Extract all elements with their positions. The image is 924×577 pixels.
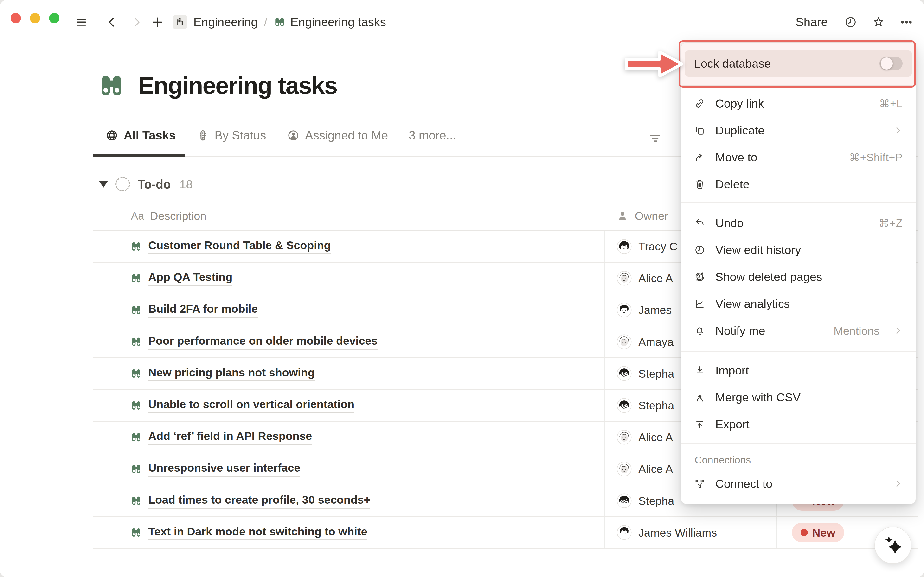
task-title-cell[interactable]: App QA Testing: [93, 263, 605, 294]
tabs-more[interactable]: 3 more...: [409, 129, 456, 142]
task-title[interactable]: Build 2FA for mobile: [148, 302, 258, 318]
task-title[interactable]: New pricing plans not showing: [148, 366, 315, 382]
menu-item-label: Merge with CSV: [715, 391, 903, 404]
task-title-cell[interactable]: Unresponsive user interface: [93, 453, 605, 484]
topbar-actions: Share: [794, 14, 913, 30]
avatar: [617, 398, 632, 413]
column-header-description[interactable]: Aa Description: [93, 209, 605, 222]
tab-all-tasks[interactable]: All Tasks: [105, 129, 176, 142]
collapse-triangle-icon[interactable]: [99, 181, 108, 188]
move-icon: [694, 152, 705, 163]
duplicate-icon: [694, 125, 705, 136]
avatar: [617, 334, 632, 349]
task-title[interactable]: Customer Round Table & Scoping: [148, 239, 331, 254]
table-row[interactable]: Text in Dark mode not switching to white…: [93, 517, 918, 549]
menu-item-connect-to[interactable]: Connect to: [685, 470, 912, 497]
breadcrumb-page[interactable]: Engineering tasks: [274, 15, 386, 29]
menu-item-label: Show deleted pages: [715, 270, 903, 284]
avatar: [617, 239, 632, 254]
menu-item-duplicate[interactable]: Duplicate: [685, 117, 912, 144]
share-button[interactable]: Share: [794, 15, 829, 29]
task-title[interactable]: Unresponsive user interface: [148, 461, 300, 477]
task-title-cell[interactable]: Text in Dark mode not switching to white: [93, 517, 605, 548]
sidebar-menu-icon[interactable]: [75, 16, 87, 28]
menu-item-export[interactable]: Export: [685, 411, 912, 438]
avatar: [617, 366, 632, 381]
tab-assigned-to-me[interactable]: Assigned to Me: [287, 129, 388, 142]
merge-icon: [694, 392, 705, 403]
menu-item-notify-me[interactable]: Notify meMentions: [685, 317, 912, 344]
menu-item-label: Export: [715, 417, 903, 431]
shortcut-label: ⌘+Z: [879, 217, 903, 229]
sparkle-icon: [881, 534, 905, 557]
group-name[interactable]: To-do: [138, 177, 171, 192]
page-title[interactable]: Engineering tasks: [138, 72, 337, 99]
owner-name: Tracy C: [639, 240, 677, 253]
active-tab-underline: [93, 154, 185, 157]
favorite-star-icon[interactable]: [872, 16, 885, 29]
connect-icon: [694, 478, 705, 489]
new-page-button[interactable]: [151, 16, 164, 28]
task-title-cell[interactable]: Build 2FA for mobile: [93, 294, 605, 326]
zoom-window-button[interactable]: [49, 13, 60, 23]
task-title-cell[interactable]: Add ‘ref’ field in API Response: [93, 422, 605, 453]
person-circle-icon: [287, 129, 300, 142]
task-title-cell[interactable]: Poor performance on older mobile devices: [93, 326, 605, 358]
edit-history-icon[interactable]: [844, 16, 857, 29]
task-title[interactable]: Unable to scroll on vertical orientation: [148, 398, 355, 413]
close-window-button[interactable]: [11, 13, 21, 23]
task-title[interactable]: Poor performance on older mobile devices: [148, 334, 377, 350]
binoculars-page-icon: [131, 463, 142, 475]
ai-sparkle-button[interactable]: [874, 527, 911, 564]
menu-item-show-deleted-pages[interactable]: Show deleted pages: [685, 263, 912, 290]
notion-window: Engineering / Engineering tasks Share En…: [0, 0, 924, 577]
menu-item-import[interactable]: Import: [685, 357, 912, 384]
breadcrumb-workspace[interactable]: Engineering: [194, 15, 258, 29]
import-icon: [694, 365, 705, 376]
task-title[interactable]: Load times to create profile, 30 seconds…: [148, 493, 370, 509]
owner-cell[interactable]: James Williams: [605, 517, 776, 548]
column-label-description: Description: [150, 209, 206, 222]
task-title-cell[interactable]: Unable to scroll on vertical orientation: [93, 390, 605, 421]
menu-item-view-analytics[interactable]: View analytics: [685, 290, 912, 317]
more-options-icon[interactable]: [900, 16, 913, 29]
menu-item-delete[interactable]: Delete: [685, 171, 912, 198]
annotation-arrow-icon: [624, 47, 684, 81]
page-binoculars-icon[interactable]: [98, 72, 125, 99]
filter-icon[interactable]: [648, 131, 662, 145]
trash-icon: [694, 179, 705, 190]
lock-database-toggle[interactable]: [879, 56, 903, 71]
back-button[interactable]: [105, 16, 118, 28]
task-title-cell[interactable]: Customer Round Table & Scoping: [93, 231, 605, 262]
menu-item-copy-link[interactable]: Copy link⌘+L: [685, 90, 912, 117]
menu-item-move-to[interactable]: Move to⌘+Shift+P: [685, 144, 912, 171]
menu-item-lock-database[interactable]: Lock database: [685, 50, 912, 77]
binoculars-page-icon: [131, 368, 142, 379]
menu-section-label: Connections: [685, 455, 912, 470]
workspace-icon[interactable]: [173, 15, 187, 29]
task-title[interactable]: App QA Testing: [148, 270, 232, 286]
chevron-right-icon: [893, 479, 903, 488]
task-title[interactable]: Add ‘ref’ field in API Response: [148, 429, 312, 445]
owner-name: James Williams: [639, 526, 717, 539]
menu-item-label: Lock database: [694, 57, 869, 70]
task-title[interactable]: Text in Dark mode not switching to white: [148, 525, 367, 540]
owner-name: Alice A: [639, 272, 673, 285]
owner-name: Alice A: [639, 462, 673, 475]
link-icon: [694, 98, 705, 109]
minimize-window-button[interactable]: [30, 13, 40, 23]
group-count: 18: [179, 177, 193, 191]
column-header-owner[interactable]: Owner: [605, 209, 668, 222]
forward-button[interactable]: [131, 16, 143, 28]
window-controls: [11, 13, 60, 23]
breadcrumb: Engineering / Engineering tasks: [173, 14, 386, 30]
task-title-cell[interactable]: New pricing plans not showing: [93, 358, 605, 389]
column-label-owner: Owner: [635, 209, 668, 222]
globe-icon: [105, 129, 118, 142]
menu-item-merge-with-csv[interactable]: Merge with CSV: [685, 384, 912, 411]
menu-item-undo[interactable]: Undo⌘+Z: [685, 210, 912, 237]
menu-item-view-edit-history[interactable]: View edit history: [685, 237, 912, 263]
tab-by-status[interactable]: By Status: [196, 129, 266, 142]
avatar: [617, 430, 632, 445]
task-title-cell[interactable]: Load times to create profile, 30 seconds…: [93, 485, 605, 516]
